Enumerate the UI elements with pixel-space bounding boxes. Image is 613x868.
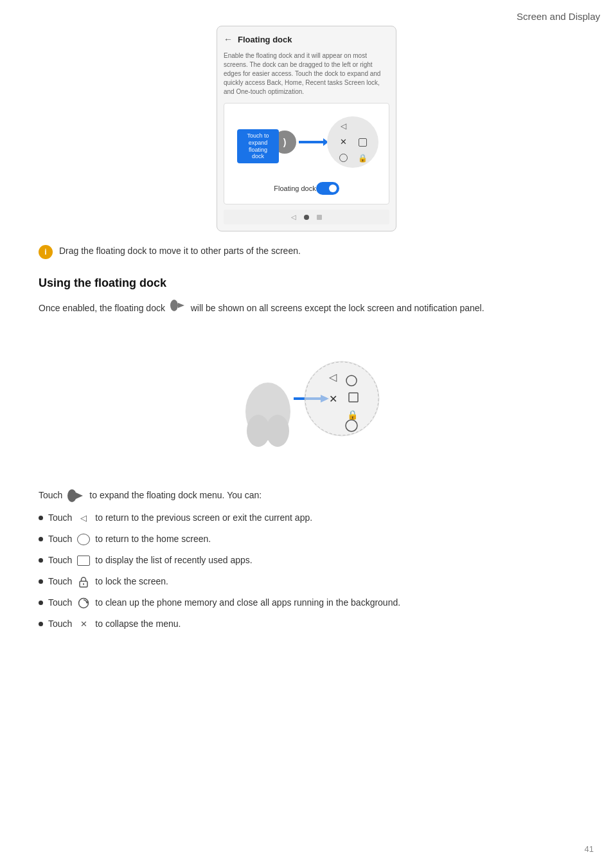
bullet-text-3: to display the list of recently used app… (95, 554, 252, 567)
page-title: Screen and Display (517, 10, 600, 24)
phone-description: Enable the floating dock and it will app… (224, 51, 389, 96)
bullet-dot-4 (39, 579, 43, 584)
bullet-prefix-4: Touch (48, 575, 72, 588)
svg-text:🔒: 🔒 (347, 410, 359, 420)
bullet-dot-1 (39, 516, 43, 520)
bullet-text-2: to return to the home screen. (95, 532, 211, 546)
touch-expand-button: Touch to expand floating dock (237, 129, 279, 163)
triangle-back-icon: ◁ (77, 512, 90, 525)
nav-home-dot (304, 215, 309, 220)
phone-screen-title: Floating dock (238, 33, 292, 46)
svg-text:✕: ✕ (329, 393, 337, 404)
phone-nav-bar: ◁ (224, 210, 389, 224)
recent-square-icon-bullet (77, 556, 90, 566)
phone-screenshot: ← Floating dock Enable the floating dock… (39, 26, 574, 231)
bullet-text-4: to lock the screen. (95, 575, 168, 588)
phone-frame: ← Floating dock Enable the floating dock… (217, 26, 396, 231)
section-body: Once enabled, the floating dock will be … (39, 300, 574, 315)
empty-cell (355, 120, 370, 132)
phone-inner-screen: Touch to expand floating dock ) ◁ (224, 103, 389, 204)
cleanup-circle-icon (77, 597, 90, 609)
dock-toggle-row: Floating dock (272, 179, 340, 197)
bullet-home: Touch to return to the home screen. (39, 532, 574, 546)
home-circle-icon (335, 152, 351, 164)
bullet-recent: Touch to display the list of recently us… (39, 554, 574, 567)
bullet-dot-3 (39, 558, 43, 563)
section-heading: Using the floating dock (39, 275, 574, 292)
bullet-dot-6 (39, 622, 43, 626)
dock-toggle-label: Floating dock (274, 183, 315, 194)
nav-back-icon: ◁ (291, 212, 296, 222)
bullet-text-5: to clean up the phone memory and close a… (95, 596, 400, 610)
info-icon: i (39, 245, 53, 259)
back-arrow-icon: ← (224, 33, 233, 46)
page-number: 41 (585, 843, 594, 856)
bullet-lock: Touch to lock the screen. (39, 575, 574, 588)
bullet-dot-5 (39, 601, 43, 605)
svg-point-15 (67, 489, 76, 502)
svg-point-4 (266, 415, 289, 447)
bullet-collapse: Touch ✕ to collapse the menu. (39, 617, 574, 631)
bullet-text-1: to return to the previous screen or exit… (95, 511, 312, 525)
phone-header: ← Floating dock (224, 33, 389, 46)
body-part1: Once enabled, the floating dock (39, 303, 165, 313)
bullet-prefix-3: Touch (48, 554, 72, 567)
expand-arrow-icon (299, 141, 324, 143)
dock-diagram-svg: ◁ ✕ 🔒 (223, 328, 390, 469)
x-collapse-icon: ✕ (77, 618, 90, 631)
bullet-prefix-1: Touch (48, 511, 72, 525)
touch-dock-badge (67, 489, 84, 502)
svg-point-0 (170, 300, 178, 311)
lock-icon-bullet (77, 576, 90, 588)
touch-suffix: to expand the floating dock menu. You ca… (89, 489, 262, 502)
home-circle-icon-bullet (77, 534, 90, 545)
svg-text:◁: ◁ (329, 372, 337, 383)
inline-dock-icon (170, 300, 186, 311)
info-tip: i Drag the floating dock to move it to o… (39, 244, 574, 259)
svg-marker-1 (178, 303, 184, 308)
touch-label: Touch (39, 489, 62, 502)
lock-icon: 🔒 (355, 152, 370, 164)
dock-illustration: Touch to expand floating dock ) ◁ (231, 110, 382, 174)
x-close-icon: ✕ (335, 136, 351, 149)
feature-bullet-list: Touch ◁ to return to the previous screen… (39, 511, 574, 631)
bullet-prefix-6: Touch (48, 617, 72, 631)
bullet-prefix-5: Touch (48, 596, 72, 610)
large-dock-illustration: ◁ ✕ 🔒 (39, 328, 574, 469)
back-nav-icon: ◁ (335, 120, 351, 132)
bullet-prefix-2: Touch (48, 532, 72, 546)
nav-recent-square (317, 215, 322, 220)
touch-expand-instruction: Touch to expand the floating dock menu. … (39, 489, 574, 502)
info-tip-text: Drag the floating dock to move it to oth… (59, 244, 301, 258)
bullet-back: Touch ◁ to return to the previous screen… (39, 511, 574, 525)
body-part2: will be shown on all screens except the … (191, 303, 484, 313)
floating-dock-toggle[interactable] (316, 182, 339, 195)
bullet-cleanup: Touch to clean up the phone memory and c… (39, 596, 574, 610)
square-recent-icon (355, 136, 370, 149)
bullet-dot-2 (39, 537, 43, 541)
svg-marker-16 (76, 493, 83, 499)
bullet-text-6: to collapse the menu. (95, 617, 181, 631)
